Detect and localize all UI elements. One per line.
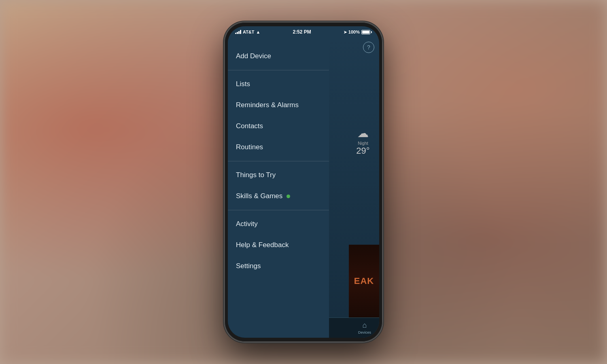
home-icon: ⌂ [363,321,367,330]
signal-bars-icon [235,30,241,34]
status-right: ➤ 100% [344,30,372,34]
menu-label-add-device: Add Device [236,52,271,60]
weather-period: Night [358,141,368,146]
menu-item-reminders-alarms[interactable]: Reminders & Alarms [228,95,329,116]
status-time: 2:52 PM [293,29,311,35]
battery-pct-label: 100% [348,30,360,34]
menu-label-settings: Settings [236,262,261,270]
menu-item-lists[interactable]: Lists [228,74,329,95]
menu-item-routines[interactable]: Routines [228,137,329,158]
menu-section-3: Things to Try Skills & Games [228,165,329,210]
help-icon-button[interactable]: ? [363,42,374,53]
sidebar-menu: Add Device Lists Reminders & Alarms Cont… [228,38,329,338]
menu-item-help-feedback[interactable]: Help & Feedback [228,235,329,256]
promo-text: EAK [354,277,374,286]
status-left: AT&T ▲ [235,30,260,34]
battery-icon [361,30,372,34]
weather-widget: ☁ Night 29° [347,127,379,156]
cloud-icon: ☁ [357,127,369,140]
tab-devices[interactable]: ⌂ Devices [358,321,371,334]
carrier-label: AT&T [243,30,255,34]
menu-item-add-device[interactable]: Add Device [228,46,329,67]
phone-device: AT&T ▲ 2:52 PM ➤ 100% ? [225,22,382,342]
skills-games-badge [287,195,290,198]
menu-label-skills-games: Skills & Games [236,192,282,200]
tab-devices-label: Devices [358,330,371,334]
menu-label-routines: Routines [236,143,263,151]
promo-card: EAK [349,245,379,317]
menu-section-4: Activity Help & Feedback Settings [228,214,329,277]
menu-item-skills-games[interactable]: Skills & Games [228,186,329,207]
question-mark-icon: ? [367,44,370,51]
menu-label-things-to-try: Things to Try [236,171,276,179]
menu-label-lists: Lists [236,80,250,88]
menu-divider-3 [228,210,329,210]
wifi-icon: ▲ [256,30,261,34]
menu-divider-1 [228,70,329,70]
phone-screen: AT&T ▲ 2:52 PM ➤ 100% ? [228,26,379,338]
menu-item-things-to-try[interactable]: Things to Try [228,165,329,186]
menu-label-activity: Activity [236,220,258,228]
menu-divider-2 [228,161,329,161]
status-bar: AT&T ▲ 2:52 PM ➤ 100% [228,26,379,38]
menu-label-reminders: Reminders & Alarms [236,101,299,109]
weather-temp: 29° [356,146,369,156]
menu-label-help-feedback: Help & Feedback [236,241,289,249]
menu-label-contacts: Contacts [236,122,263,130]
menu-section-2: Lists Reminders & Alarms Contacts Routin… [228,74,329,161]
menu-item-activity[interactable]: Activity [228,214,329,235]
location-icon: ➤ [344,30,347,34]
menu-item-contacts[interactable]: Contacts [228,116,329,137]
menu-item-settings[interactable]: Settings [228,256,329,277]
menu-section-1: Add Device [228,46,329,70]
